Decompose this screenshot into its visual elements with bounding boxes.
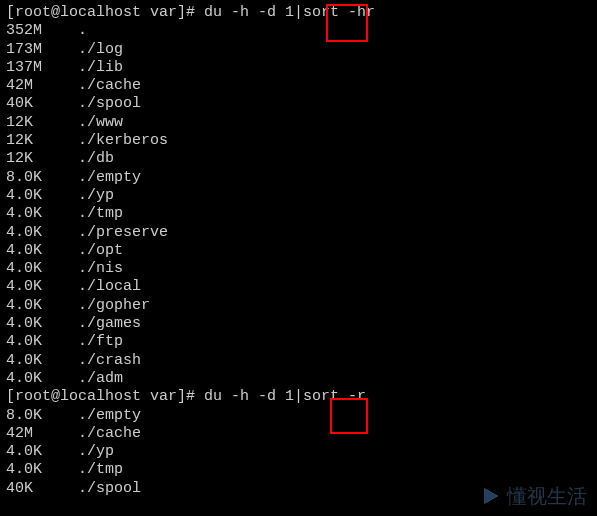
- watermark-text: 懂视生活: [507, 484, 587, 508]
- output-row: 42M ./cache: [6, 77, 591, 95]
- output-row: 137M ./lib: [6, 59, 591, 77]
- output-row: 4.0K ./adm: [6, 370, 591, 388]
- command-1: du -h -d 1|sort -hr: [204, 4, 375, 21]
- command-2: du -h -d 1|sort -r: [204, 388, 366, 405]
- output-row: 4.0K ./nis: [6, 260, 591, 278]
- output-row: 352M .: [6, 22, 591, 40]
- output-row: 4.0K ./tmp: [6, 205, 591, 223]
- output-row: 8.0K ./empty: [6, 407, 591, 425]
- user-host-1: root@localhost: [15, 4, 141, 21]
- output-row: 4.0K ./yp: [6, 443, 591, 461]
- current-dir-1: var: [150, 4, 177, 21]
- output-row: 4.0K ./preserve: [6, 224, 591, 242]
- bracket-open-2: [: [6, 388, 15, 405]
- command-prompt-2[interactable]: [root@localhost var]# du -h -d 1|sort -r: [6, 388, 591, 406]
- output-row: 12K ./db: [6, 150, 591, 168]
- output-row: 173M ./log: [6, 41, 591, 59]
- output-row: 4.0K ./local: [6, 278, 591, 296]
- output-row: 12K ./www: [6, 114, 591, 132]
- output-row: 42M ./cache: [6, 425, 591, 443]
- output-row: 4.0K ./ftp: [6, 333, 591, 351]
- output-row: 4.0K ./gopher: [6, 297, 591, 315]
- output-row: 4.0K ./tmp: [6, 461, 591, 479]
- watermark: 懂视生活: [481, 484, 587, 508]
- bracket-open: [: [6, 4, 15, 21]
- output-row: 4.0K ./games: [6, 315, 591, 333]
- watermark-logo-icon: [481, 485, 503, 507]
- command-prompt-1[interactable]: [root@localhost var]# du -h -d 1|sort -h…: [6, 4, 591, 22]
- output-row: 4.0K ./opt: [6, 242, 591, 260]
- output-block-1: 352M .173M ./log137M ./lib42M ./cache40K…: [6, 22, 591, 388]
- output-row: 8.0K ./empty: [6, 169, 591, 187]
- user-host-2: root@localhost: [15, 388, 141, 405]
- bracket-close: ]#: [177, 4, 204, 21]
- output-row: 4.0K ./yp: [6, 187, 591, 205]
- output-row: 4.0K ./crash: [6, 352, 591, 370]
- current-dir-2: var: [150, 388, 177, 405]
- output-row: 12K ./kerberos: [6, 132, 591, 150]
- output-row: 40K ./spool: [6, 95, 591, 113]
- bracket-close-2: ]#: [177, 388, 204, 405]
